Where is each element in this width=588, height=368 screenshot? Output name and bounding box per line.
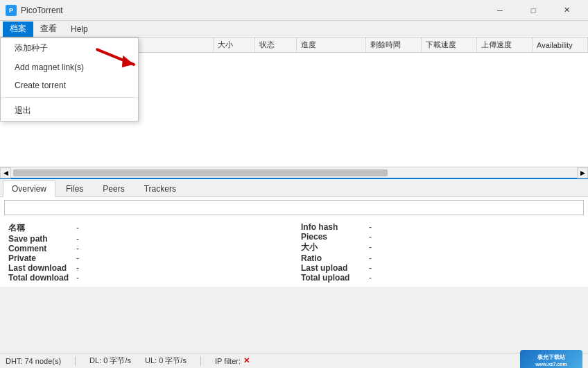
scrollbar-thumb[interactable] (13, 169, 388, 176)
col-remaining: 剩餘時間 (366, 37, 422, 52)
detail-row-ratio: Ratio - (301, 253, 580, 263)
menu-separator (1, 97, 138, 98)
menu-add-magnet[interactable]: Add magnet link(s) (1, 58, 138, 76)
detail-label-ratio: Ratio (301, 253, 363, 263)
detail-label-total-upload: Total upload (301, 273, 363, 283)
detail-value-last-upload: - (369, 263, 372, 273)
col-size: 大小 (214, 37, 255, 52)
window-controls: ─ □ ✕ (484, 0, 582, 21)
detail-row-comment: Comment - (8, 244, 287, 253)
details-search-input[interactable] (4, 200, 584, 215)
status-dht: DHT: 74 node(s) (6, 357, 61, 365)
detail-label-last-upload: Last upload (301, 263, 363, 273)
detail-value-info-hash: - (369, 222, 372, 232)
col-ul-speed: 上傳速度 (477, 37, 533, 52)
status-separator-2 (200, 356, 201, 366)
detail-value-name: - (76, 223, 79, 233)
detail-label-private: Private (8, 253, 71, 263)
details-right-column: Info hash - Pieces - 大小 - Ratio - (301, 222, 580, 283)
bottom-panel: Overview Files Peers Trackers 名稱 - (0, 178, 588, 287)
details-search-bar (0, 197, 588, 218)
menu-help[interactable]: Help (64, 22, 95, 37)
detail-value-total-download: - (76, 273, 79, 283)
detail-value-size: - (369, 242, 372, 252)
detail-label-name: 名稱 (8, 222, 71, 234)
menu-create-torrent[interactable]: Create torrent (1, 76, 138, 94)
detail-label-comment: Comment (8, 244, 71, 253)
detail-row-info-hash: Info hash - (301, 222, 580, 232)
col-dl-speed: 下載速度 (422, 37, 477, 52)
status-ul: UL: 0 字节/s (145, 356, 187, 366)
detail-label-total-download: Total download (8, 273, 71, 283)
watermark-area: 极光下载站www.xz7.com (520, 350, 582, 369)
tab-bar: Overview Files Peers Trackers (0, 179, 588, 197)
col-status: 状态 (255, 37, 297, 52)
detail-value-pieces: - (369, 232, 372, 242)
menu-exit[interactable]: 退出 (1, 101, 138, 121)
tab-peers[interactable]: Peers (94, 181, 133, 196)
detail-row-last-download: Last download - (8, 263, 287, 273)
title-bar: P PicoTorrent ─ □ ✕ (0, 0, 588, 21)
close-button[interactable]: ✕ (551, 0, 582, 21)
maximize-button[interactable]: □ (517, 0, 549, 21)
details-left-column: 名稱 - Save path - Comment - Private - (8, 222, 287, 283)
detail-value-private: - (76, 253, 79, 263)
detail-label-size: 大小 (301, 242, 363, 253)
menu-file[interactable]: 档案 (3, 22, 33, 37)
detail-value-last-download: - (76, 263, 79, 273)
detail-row-pieces: Pieces - (301, 232, 580, 242)
detail-label-pieces: Pieces (301, 232, 363, 242)
detail-label-info-hash: Info hash (301, 222, 363, 232)
menu-view[interactable]: 查看 (33, 22, 64, 37)
detail-row-last-upload: Last upload - (301, 263, 580, 273)
scroll-left-button[interactable]: ◀ (0, 167, 11, 178)
detail-value-ratio: - (369, 253, 372, 263)
status-ip-filter-value: ✕ (243, 356, 250, 365)
detail-row-total-upload: Total upload - (301, 273, 580, 283)
status-separator-1 (75, 356, 76, 366)
scroll-right-button[interactable]: ▶ (577, 167, 588, 178)
detail-label-save-path: Save path (8, 234, 71, 244)
tab-trackers[interactable]: Trackers (135, 181, 185, 196)
detail-value-save-path: - (76, 234, 79, 244)
detail-row-save-path: Save path - (8, 234, 287, 244)
menu-bar: 档案 查看 Help 添加种子 Add magnet link(s) Creat… (0, 21, 588, 37)
detail-row-total-download: Total download - (8, 273, 287, 283)
detail-row-size: 大小 - (301, 242, 580, 253)
horizontal-scrollbar[interactable]: ◀ ▶ (0, 167, 588, 178)
status-ip-filter: IP filter: ✕ (215, 356, 250, 365)
tab-files[interactable]: Files (57, 181, 92, 196)
status-ip-filter-label: IP filter: (215, 357, 241, 365)
file-dropdown: 添加种子 Add magnet link(s) Create torrent 退… (0, 37, 139, 122)
detail-value-comment: - (76, 244, 79, 253)
app-title: PicoTorrent (21, 6, 484, 15)
app-icon: P (6, 5, 17, 16)
menu-add-torrent[interactable]: 添加种子 (1, 38, 138, 58)
detail-label-last-download: Last download (8, 263, 71, 273)
status-dl: DL: 0 字节/s (89, 356, 131, 366)
col-availability: Availability (533, 37, 588, 52)
col-progress: 進度 (297, 37, 366, 52)
detail-row-name: 名稱 - (8, 222, 287, 234)
detail-value-total-upload: - (369, 273, 372, 283)
details-grid: 名稱 - Save path - Comment - Private - (0, 218, 588, 287)
tab-overview[interactable]: Overview (3, 181, 55, 197)
app-window: P PicoTorrent ─ □ ✕ 档案 查看 Help 添加种子 Add … (0, 0, 588, 368)
detail-row-private: Private - (8, 253, 287, 263)
watermark-logo: 极光下载站www.xz7.com (520, 350, 582, 369)
status-bar: DHT: 74 node(s) DL: 0 字节/s UL: 0 字节/s IP… (0, 353, 588, 368)
minimize-button[interactable]: ─ (484, 0, 516, 21)
